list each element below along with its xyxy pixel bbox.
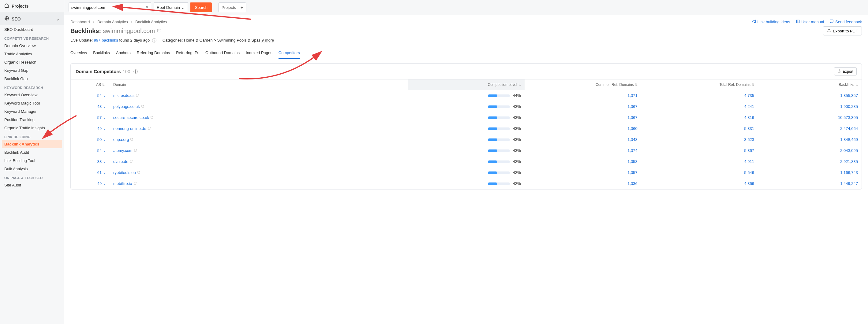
backlinks-cell[interactable]: 1,848,469: [758, 134, 862, 145]
tab-competitors[interactable]: Competitors: [279, 48, 300, 59]
external-link-icon[interactable]: [130, 138, 133, 142]
sidebar-item-organic-traffic-insights[interactable]: Organic Traffic Insights: [0, 124, 64, 132]
tab-referring-ips[interactable]: Referring IPs: [176, 48, 199, 59]
as-cell[interactable]: 57 ⌄: [71, 112, 110, 123]
sidebar-item-bulk-analysis[interactable]: Bulk Analysis: [0, 165, 64, 173]
user-manual-link[interactable]: User manual: [796, 19, 824, 25]
common-ref-cell[interactable]: 1,057: [525, 167, 641, 178]
plus-icon[interactable]: +: [238, 5, 243, 10]
domain-link[interactable]: mobilize.io: [113, 181, 132, 186]
send-feedback-link[interactable]: Send feedback: [830, 19, 862, 25]
sidebar-item-traffic-analytics[interactable]: Traffic Analytics: [0, 50, 64, 58]
sidebar-item-keyword-manager[interactable]: Keyword Manager: [0, 107, 64, 115]
link-building-ideas-link[interactable]: Link building ideas: [752, 19, 790, 25]
clear-icon[interactable]: ×: [146, 5, 149, 10]
external-link-icon[interactable]: [129, 160, 133, 164]
breadcrumb-dashboard[interactable]: Dashboard: [70, 20, 90, 24]
as-cell[interactable]: 43 ⌄: [71, 101, 110, 112]
domain-link[interactable]: secure-secure.co.uk: [113, 115, 149, 120]
export-button[interactable]: Export: [834, 67, 857, 75]
sidebar-item-domain-overview[interactable]: Domain Overview: [0, 42, 64, 50]
as-cell[interactable]: 49 ⌄: [71, 178, 110, 189]
total-ref-cell[interactable]: 4,911: [641, 156, 758, 167]
sidebar-item-organic-research[interactable]: Organic Research: [0, 58, 64, 66]
common-ref-cell[interactable]: 1,048: [525, 134, 641, 145]
as-cell[interactable]: 50 ⌄: [71, 134, 110, 145]
total-ref-cell[interactable]: 4,241: [641, 101, 758, 112]
domain-link[interactable]: nennung-online.de: [113, 126, 146, 131]
col-common[interactable]: Common Ref. Domains⇅: [525, 79, 641, 90]
tab-indexed-pages[interactable]: Indexed Pages: [246, 48, 272, 59]
total-ref-cell[interactable]: 5,367: [641, 145, 758, 156]
sidebar-item-backlink-analytics[interactable]: Backlink Analytics: [2, 140, 62, 148]
as-cell[interactable]: 49 ⌄: [71, 123, 110, 134]
backlinks-count-link[interactable]: 99+ backlinks: [94, 38, 118, 42]
external-link-icon[interactable]: [150, 116, 154, 119]
common-ref-cell[interactable]: 1,058: [525, 156, 641, 167]
backlinks-cell[interactable]: 2,921,835: [758, 156, 862, 167]
domain-link[interactable]: microsdc.us: [113, 93, 134, 98]
tab-referring-domains[interactable]: Referring Domains: [137, 48, 170, 59]
domain-link[interactable]: atomy.com: [113, 148, 132, 153]
common-ref-cell[interactable]: 1,067: [525, 101, 641, 112]
backlinks-cell[interactable]: 2,474,664: [758, 123, 862, 134]
external-link-icon[interactable]: [157, 28, 161, 34]
more-categories-link[interactable]: 9 more: [262, 38, 274, 42]
domain-link[interactable]: ryobitools.eu: [113, 170, 136, 175]
col-backlinks[interactable]: Backlinks⇅: [758, 79, 862, 90]
sidebar-item-position-tracking[interactable]: Position Tracking: [0, 115, 64, 124]
external-link-icon[interactable]: [135, 94, 139, 98]
info-icon[interactable]: i: [133, 69, 138, 74]
search-input-wrap[interactable]: ×: [68, 2, 151, 12]
domain-link[interactable]: dvnlp.de: [113, 159, 128, 164]
backlinks-cell[interactable]: 1,855,357: [758, 90, 862, 101]
external-link-icon[interactable]: [148, 127, 151, 131]
sidebar-item-backlink-audit[interactable]: Backlink Audit: [0, 148, 64, 156]
as-cell[interactable]: 38 ⌄: [71, 156, 110, 167]
root-domain-select[interactable]: Root Domain ⌄: [154, 2, 188, 12]
tab-backlinks[interactable]: Backlinks: [93, 48, 110, 59]
total-ref-cell[interactable]: 3,623: [641, 134, 758, 145]
common-ref-cell[interactable]: 1,036: [525, 178, 641, 189]
common-ref-cell[interactable]: 1,060: [525, 123, 641, 134]
sidebar-item-backlink-gap[interactable]: Backlink Gap: [0, 75, 64, 83]
domain-link[interactable]: ehpa.org: [113, 137, 129, 142]
total-ref-cell[interactable]: 4,735: [641, 90, 758, 101]
sidebar-item-keyword-overview[interactable]: Keyword Overview: [0, 91, 64, 99]
export-pdf-button[interactable]: Export to PDF: [823, 26, 862, 35]
external-link-icon[interactable]: [141, 105, 145, 109]
sidebar-item-keyword-gap[interactable]: Keyword Gap: [0, 66, 64, 75]
search-button[interactable]: Search: [190, 2, 212, 12]
external-link-icon[interactable]: [133, 182, 137, 185]
sidebar-item-seo-dashboard[interactable]: SEO Dashboard: [0, 25, 64, 34]
backlinks-cell[interactable]: 1,166,743: [758, 167, 862, 178]
sidebar-seo-toggle[interactable]: SEO ⌄: [0, 12, 64, 25]
external-link-icon[interactable]: [134, 149, 137, 152]
col-domain[interactable]: Domain: [110, 79, 408, 90]
backlinks-cell[interactable]: 2,043,095: [758, 145, 862, 156]
tab-overview[interactable]: Overview: [70, 48, 87, 59]
info-icon[interactable]: i: [152, 38, 156, 42]
common-ref-cell[interactable]: 1,067: [525, 112, 641, 123]
projects-pill[interactable]: Projects +: [218, 2, 246, 12]
sidebar-item-site-audit[interactable]: Site Audit: [0, 181, 64, 189]
backlinks-cell[interactable]: 1,900,285: [758, 101, 862, 112]
col-total[interactable]: Total Ref. Domains⇅: [641, 79, 758, 90]
backlinks-cell[interactable]: 10,573,305: [758, 112, 862, 123]
backlinks-cell[interactable]: 1,449,247: [758, 178, 862, 189]
sidebar-item-link-building-tool[interactable]: Link Building Tool: [0, 156, 64, 165]
as-cell[interactable]: 54 ⌄: [71, 145, 110, 156]
sidebar-projects[interactable]: Projects: [0, 0, 64, 12]
total-ref-cell[interactable]: 5,331: [641, 123, 758, 134]
total-ref-cell[interactable]: 4,366: [641, 178, 758, 189]
col-competition[interactable]: Competition Level⇅: [408, 79, 524, 90]
sidebar-item-keyword-magic-tool[interactable]: Keyword Magic Tool: [0, 99, 64, 107]
domain-link[interactable]: polybags.co.uk: [113, 104, 140, 109]
common-ref-cell[interactable]: 1,071: [525, 90, 641, 101]
common-ref-cell[interactable]: 1,074: [525, 145, 641, 156]
total-ref-cell[interactable]: 4,816: [641, 112, 758, 123]
tab-outbound-domains[interactable]: Outbound Domains: [205, 48, 240, 59]
tab-anchors[interactable]: Anchors: [116, 48, 131, 59]
breadcrumb-domain-analytics[interactable]: Domain Analytics: [97, 20, 128, 24]
col-as[interactable]: AS⇅: [71, 79, 110, 90]
